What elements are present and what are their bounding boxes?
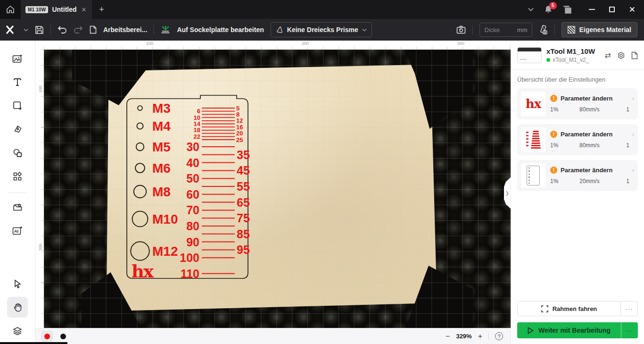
zoom-level: 329% bbox=[456, 333, 471, 340]
vector-pen-icon bbox=[13, 125, 23, 134]
new-tab-button[interactable]: + bbox=[92, 0, 111, 19]
workspace-menu[interactable]: Arbeitsberei... bbox=[90, 25, 147, 34]
warning-icon: ! bbox=[550, 167, 557, 174]
material-library-icon bbox=[13, 203, 23, 212]
screw-label-M10: M10 bbox=[152, 212, 178, 227]
baseplate-mode-button[interactable]: Auf Sockelplatte bearbeiten bbox=[161, 25, 264, 34]
material-swatch-icon bbox=[568, 26, 575, 34]
custom-material-label: Eigenes Material bbox=[579, 26, 632, 34]
panel-collapse-handle[interactable]: ❯ bbox=[504, 177, 511, 209]
sidebar-item-elements[interactable] bbox=[7, 166, 28, 187]
device-file-button[interactable] bbox=[631, 51, 638, 59]
card-warning-label: Parameter ändern bbox=[561, 131, 629, 138]
boolean-shapes-icon bbox=[13, 148, 23, 158]
prism-dropdown[interactable]: Keine Dreiecks Prisme bbox=[271, 22, 372, 37]
thickness-field-wrap: mm bbox=[479, 23, 532, 37]
elements-grid-icon bbox=[13, 172, 22, 181]
setting-card[interactable]: !Parameter ändern›1%80mm/s1 bbox=[517, 124, 638, 155]
card-thumbnail: hx bbox=[521, 92, 545, 116]
undo-button[interactable] bbox=[58, 26, 67, 34]
sidebar-item-ai-image[interactable]: AI bbox=[7, 220, 28, 241]
menu-chevron-icon[interactable] bbox=[24, 28, 28, 32]
gauge-label-25: 25 bbox=[236, 136, 243, 143]
hx-logo-thumbnail: hx bbox=[526, 97, 541, 111]
card-power: 1% bbox=[550, 106, 579, 113]
baseplate-label: Auf Sockelplatte bearbeiten bbox=[177, 26, 264, 34]
thickness-input[interactable] bbox=[480, 26, 513, 34]
maximize-button[interactable] bbox=[609, 7, 615, 12]
sidebar-item-shape[interactable] bbox=[7, 95, 28, 116]
text-icon bbox=[13, 77, 22, 87]
minimize-button[interactable] bbox=[589, 9, 595, 10]
process-button[interactable]: Weiter mit Bearbeitung ··· bbox=[517, 322, 638, 338]
gauge-label-45: 45 bbox=[237, 164, 250, 177]
sidebar-item-select[interactable] bbox=[7, 273, 28, 294]
setting-card[interactable]: hx!Parameter ändern›1%80mm/s1 bbox=[517, 88, 638, 119]
tab-close-icon[interactable]: ✕ bbox=[82, 6, 87, 13]
device-thumbnail[interactable] bbox=[517, 47, 542, 63]
notifications-button[interactable]: 5 bbox=[544, 5, 553, 14]
settings-section-title: Übersicht über die Einstellungen bbox=[517, 76, 638, 83]
connection-name: xTool_M1_v2_ bbox=[553, 57, 589, 63]
document-icon bbox=[90, 25, 97, 34]
bottom-edge-strip bbox=[0, 342, 67, 344]
screw-label-M6: M6 bbox=[152, 161, 171, 176]
switch-device-button[interactable]: ⇄ bbox=[605, 51, 611, 60]
sidebar-item-hand[interactable] bbox=[7, 297, 28, 318]
sidebar-item-vector-edit[interactable] bbox=[7, 119, 28, 140]
zoom-in-button[interactable]: + bbox=[478, 332, 482, 341]
screw-hole-M5 bbox=[136, 143, 144, 151]
sidebar-item-boolean-shapes[interactable] bbox=[7, 143, 28, 163]
sidebar-item-text[interactable] bbox=[7, 72, 28, 92]
home-button[interactable] bbox=[0, 0, 21, 19]
card-warning-label: Parameter ändern bbox=[561, 167, 629, 174]
close-button[interactable]: ✕ bbox=[629, 6, 636, 14]
warning-icon: ! bbox=[550, 131, 557, 138]
shape-icon bbox=[13, 101, 22, 110]
document-tab[interactable]: M1 10W Untitled ✕ bbox=[21, 0, 92, 19]
save-button[interactable] bbox=[35, 25, 44, 34]
insert-image-icon bbox=[12, 54, 23, 63]
card-warning-label: Parameter ändern bbox=[561, 95, 629, 102]
select-cursor-icon bbox=[13, 279, 22, 288]
process-more-button[interactable]: ··· bbox=[621, 322, 638, 338]
screw-label-M5: M5 bbox=[152, 140, 171, 154]
title-bar: M1 10W Untitled ✕ + 5 ✕ bbox=[0, 0, 644, 19]
sidebar-item-material-library[interactable] bbox=[7, 197, 28, 218]
frame-button[interactable]: Rahmen fahren ··· bbox=[517, 301, 638, 316]
ruler-top: 100200300 bbox=[44, 41, 511, 50]
setting-card[interactable]: !Parameter ändern›1%20mm/s1 bbox=[517, 160, 638, 191]
gauge-label-80: 80 bbox=[186, 219, 199, 233]
redo-button[interactable] bbox=[74, 26, 83, 34]
sidebar-item-insert-image[interactable] bbox=[7, 48, 28, 69]
app-window: M1 10W Untitled ✕ + 5 ✕ bbox=[0, 0, 644, 344]
custom-material-button[interactable]: Eigenes Material bbox=[561, 22, 638, 37]
card-passes: 1 bbox=[626, 142, 629, 149]
help-button[interactable]: ? bbox=[495, 332, 503, 340]
measure-thickness-button[interactable]: A bbox=[539, 25, 548, 34]
gauge-label-35: 35 bbox=[237, 148, 250, 161]
zoom-out-button[interactable]: − bbox=[446, 332, 450, 341]
device-settings-button[interactable] bbox=[617, 51, 625, 59]
screw-hole-M8 bbox=[134, 185, 146, 198]
sidebar-item-layers[interactable] bbox=[7, 320, 28, 341]
layer-color-dot[interactable] bbox=[57, 330, 69, 343]
card-power: 1% bbox=[550, 178, 579, 185]
card-passes: 1 bbox=[626, 178, 629, 185]
screw-gauge-design[interactable]: M3M4M5M6M8M10M12568101214161820222530354… bbox=[125, 94, 250, 282]
windows-stack-button[interactable] bbox=[563, 6, 572, 14]
home-icon bbox=[6, 5, 15, 14]
frame-more-button[interactable]: ··· bbox=[620, 302, 637, 316]
gauge-label-110: 110 bbox=[181, 267, 199, 280]
tool-sidebar: AI bbox=[0, 41, 35, 344]
device-row: xTool M1_10W xTool_M1_v2_ ⇄ bbox=[517, 47, 638, 63]
xtool-menu-button[interactable] bbox=[6, 25, 17, 34]
screw-label-M4: M4 bbox=[152, 119, 171, 134]
ruler-left-label: 100 bbox=[38, 84, 43, 94]
settings-panel: xTool M1_10W xTool_M1_v2_ ⇄ bbox=[511, 41, 644, 344]
chevron-down-icon[interactable] bbox=[528, 8, 534, 11]
layer-color-dot[interactable] bbox=[41, 330, 53, 343]
camera-button[interactable] bbox=[456, 25, 466, 34]
color-swatch bbox=[60, 334, 66, 339]
ruler-top-label: 200 bbox=[302, 41, 309, 46]
